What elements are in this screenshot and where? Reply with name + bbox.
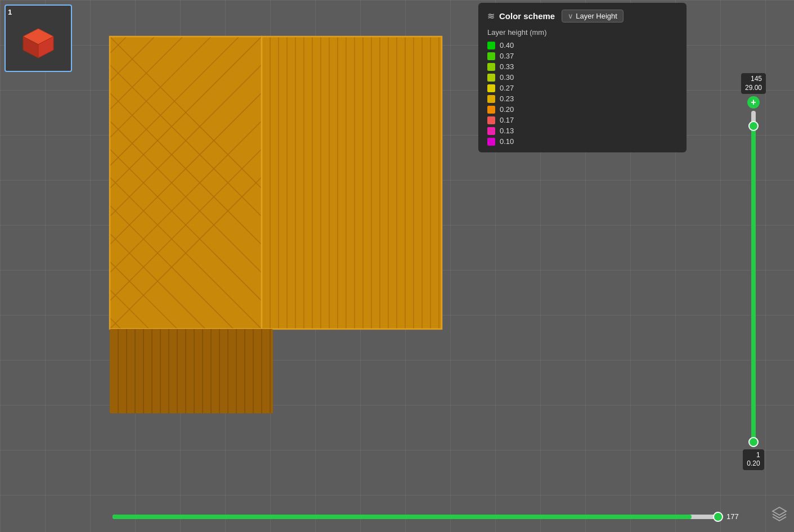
- legend-color-swatch: [487, 116, 495, 124]
- slider-thumb-top[interactable]: [748, 121, 759, 131]
- slider-bottom-sub: 0.20: [747, 459, 760, 468]
- legend-color-swatch: [487, 127, 495, 135]
- slider-top-sub: 29.00: [745, 84, 762, 93]
- legend-color-swatch: [487, 52, 495, 60]
- legend-header: ≋ Color scheme ∨ Layer Height: [487, 10, 678, 22]
- slider-track[interactable]: [751, 111, 756, 447]
- horizontal-slider: 177: [113, 512, 743, 521]
- legend-item: 0.30: [487, 73, 678, 82]
- scheme-label: Layer Height: [576, 12, 617, 20]
- h-slider-fill: [113, 515, 692, 519]
- legend-item: 0.40: [487, 41, 678, 49]
- legend-color-swatch: [487, 95, 495, 103]
- legend-color-swatch: [487, 42, 495, 49]
- legend-subtitle: Layer height (mm): [487, 28, 678, 37]
- legend-item: 0.17: [487, 116, 678, 124]
- legend-item-value: 0.37: [500, 52, 514, 60]
- legend-color-swatch: [487, 74, 495, 82]
- legend-items: 0.40 0.37 0.33 0.30 0.27 0.23 0.20 0.17 …: [487, 41, 678, 146]
- svg-rect-27: [262, 37, 442, 329]
- legend-color-swatch: [487, 138, 495, 146]
- legend-panel: ≋ Color scheme ∨ Layer Height Layer heig…: [478, 3, 687, 152]
- h-slider-value: 177: [726, 512, 743, 521]
- print-object: [104, 31, 453, 425]
- legend-item-value: 0.23: [500, 94, 514, 103]
- legend-item-value: 0.40: [500, 41, 514, 49]
- legend-item: 0.33: [487, 62, 678, 71]
- legend-item: 0.10: [487, 137, 678, 146]
- legend-item-value: 0.33: [500, 62, 514, 71]
- h-slider-track[interactable]: [113, 515, 722, 519]
- slider-track-fill: [751, 121, 756, 447]
- legend-item-value: 0.17: [500, 116, 514, 124]
- thumbnail-panel: 1: [5, 4, 72, 72]
- thumbnail-cube: [19, 24, 58, 64]
- color-scheme-icon: ≋: [487, 11, 495, 21]
- slider-top-value: 145: [745, 75, 762, 84]
- slider-bottom-label: 1 0.20: [743, 449, 764, 470]
- slider-top-label: 145 29.00: [741, 73, 766, 94]
- legend-color-swatch: [487, 63, 495, 71]
- legend-item: 0.23: [487, 94, 678, 103]
- legend-item-value: 0.27: [500, 84, 514, 92]
- scheme-arrow-left: ∨: [568, 12, 573, 20]
- layers-icon-button[interactable]: [771, 506, 787, 525]
- svg-rect-50: [110, 329, 273, 413]
- legend-item: 0.37: [487, 52, 678, 60]
- legend-item-value: 0.30: [500, 73, 514, 82]
- thumbnail-number: 1: [8, 8, 12, 16]
- h-slider-thumb[interactable]: [713, 512, 723, 522]
- legend-color-swatch: [487, 106, 495, 114]
- legend-title: Color scheme: [499, 11, 555, 21]
- legend-item: 0.27: [487, 84, 678, 92]
- slider-thumb-bottom[interactable]: [748, 437, 759, 447]
- legend-item-value: 0.13: [500, 127, 514, 135]
- vertical-slider: 145 29.00 + 1 0.20: [741, 73, 766, 470]
- slider-plus-button[interactable]: +: [747, 96, 760, 109]
- legend-color-swatch: [487, 84, 495, 92]
- scheme-selector-button[interactable]: ∨ Layer Height: [562, 10, 623, 22]
- legend-item: 0.20: [487, 105, 678, 114]
- legend-item-value: 0.20: [500, 105, 514, 114]
- slider-bottom-value: 1: [747, 451, 760, 460]
- svg-rect-3: [110, 37, 262, 329]
- legend-item: 0.13: [487, 127, 678, 135]
- legend-item-value: 0.10: [500, 137, 514, 146]
- slider-track-bg: [751, 111, 756, 447]
